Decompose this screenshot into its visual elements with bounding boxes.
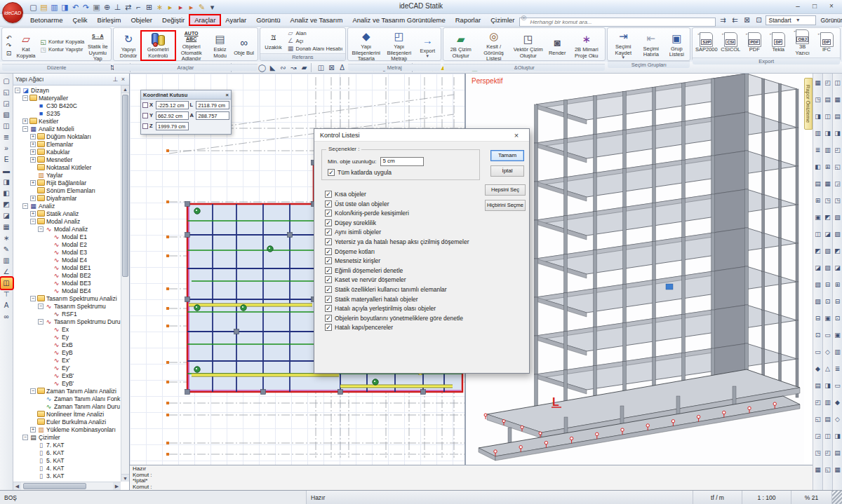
rotate-building-button[interactable]: ↻Yapıyı Döndür: [115, 32, 141, 60]
left-tool-20[interactable]: A: [1, 300, 13, 311]
export-sap2000-button[interactable]: S2PSAP2000: [694, 32, 719, 54]
auto-name-button[interactable]: AUTO ABCObjeleri Otomatik Adlandır: [175, 29, 208, 63]
tree-expander-icon[interactable]: −: [15, 88, 20, 93]
tree-item[interactable]: −▦Analiz: [13, 202, 121, 210]
check-option-0[interactable]: ✓Kısa objeler: [325, 191, 469, 198]
right-tool-2-7[interactable]: ◳: [833, 193, 842, 210]
right-tool-2-19[interactable]: ◆: [833, 395, 842, 411]
right-tool-1-5[interactable]: ⊞: [823, 159, 832, 176]
design-components-button[interactable]: ◆Yapı Bileşenlerini Tasarla: [349, 29, 382, 63]
check-option-11[interactable]: ✓Statik materyalleri hatalı objeler: [325, 296, 469, 303]
tree-expander-icon[interactable]: −: [30, 296, 36, 301]
select-none-button[interactable]: Hiçbirini Seçme: [485, 200, 526, 211]
area-icon[interactable]: ▱Alan: [287, 29, 343, 36]
tree-expander-icon[interactable]: −: [30, 219, 36, 224]
check-option-12[interactable]: ✓Hatalı açıyla yerleştirilmiş olası obje…: [325, 305, 469, 312]
menu-item-1[interactable]: Çelik: [67, 15, 92, 25]
menu-item-11[interactable]: Çizimler: [486, 15, 519, 25]
right-tool-2-13[interactable]: ⊟: [833, 294, 842, 311]
right-tool-1-4[interactable]: ▥: [823, 142, 832, 159]
left-tool-1[interactable]: ◱: [1, 87, 13, 98]
tree-item[interactable]: ∿Modal BE1: [13, 264, 121, 271]
vector-drawing-button[interactable]: ◳Vektör Çizim Oluştur: [511, 32, 545, 60]
status-scale[interactable]: 1 : 100: [742, 491, 791, 504]
tree-item[interactable]: ▯6. KAT: [13, 449, 121, 456]
right-tool-1-1[interactable]: ▤: [823, 92, 832, 109]
right-tool-2-14[interactable]: ⊡: [833, 311, 842, 327]
right-tool-0-6[interactable]: ▤: [813, 176, 822, 193]
tree-expander-icon[interactable]: +: [30, 157, 36, 163]
tree-item[interactable]: +Kesitler: [13, 117, 121, 125]
right-tool-2-20[interactable]: ◇: [833, 411, 842, 428]
tree-item[interactable]: ∿Zaman Tanım Alanı Fonk: [13, 395, 121, 402]
tree-item[interactable]: +Kabuklar: [13, 148, 121, 156]
cancel-button[interactable]: İptal: [490, 165, 524, 177]
z-lock-checkbox[interactable]: [142, 123, 148, 129]
tree-item[interactable]: ∿RSF1: [13, 310, 121, 318]
redo-icon[interactable]: ↷: [5, 42, 13, 49]
command-search-input[interactable]: [519, 18, 716, 27]
tree-item[interactable]: ∿Modal E4: [13, 256, 121, 264]
tree-horizontal-scrollbar[interactable]: ◀ ▶: [13, 482, 121, 490]
tree-expander-icon[interactable]: +: [30, 142, 36, 147]
right-tool-0-18[interactable]: ▤: [813, 378, 822, 395]
right-tool-2-11[interactable]: ◪: [833, 260, 842, 277]
right-tool-1-3[interactable]: ◨: [823, 125, 832, 142]
tree-item[interactable]: ▯3. KAT: [13, 472, 121, 479]
menu-item-8[interactable]: Analiz ve Tasarım: [286, 15, 348, 25]
tree-item[interactable]: ∿Modal BE2: [13, 271, 121, 279]
left-tool-2[interactable]: ◲: [1, 98, 13, 109]
right-tool-2-15[interactable]: ▣: [833, 327, 842, 344]
report-preview-tab[interactable]: Rapor Önizleme: [804, 78, 813, 130]
view-combo[interactable]: Görünüm▼: [818, 15, 842, 25]
left-tool-0[interactable]: ▢: [1, 76, 13, 87]
left-tool-11[interactable]: ◩: [1, 199, 13, 210]
check-option-4[interactable]: ✓Aynı isimli objeler: [325, 229, 469, 236]
l-value-input[interactable]: 2118.79 cm: [196, 101, 229, 109]
right-tool-1-6[interactable]: ▦: [823, 176, 832, 193]
right-tool-0-22[interactable]: ◳: [813, 445, 822, 462]
render-camera-button[interactable]: ◙Render: [545, 35, 569, 57]
tree-item[interactable]: ∿ExB: [13, 341, 121, 348]
section-view-list-button[interactable]: ◎Kesit / Görünüş Listesi: [476, 29, 511, 63]
check-option-13[interactable]: ✓Objelerin boyutlarını yönetmeliklere gö…: [325, 315, 469, 322]
right-tool-1-14[interactable]: ▣: [823, 311, 832, 327]
left-tool-17[interactable]: ∠: [1, 266, 13, 278]
pin-icon[interactable]: ⊥: [112, 76, 119, 83]
right-tool-2-16[interactable]: ▥: [833, 344, 842, 361]
status-zoom[interactable]: % 21: [791, 491, 832, 504]
tree-item[interactable]: +Elemanlar: [13, 140, 121, 148]
tree-item[interactable]: ■S235: [13, 109, 121, 117]
left-tool-9[interactable]: ◨: [1, 177, 13, 188]
check-option-14[interactable]: ✓Hatalı kapı/pencereler: [325, 324, 469, 331]
contour-paste-icon[interactable]: ◳Kontur Yapıştır: [39, 46, 84, 53]
x-value-input[interactable]: -225.12 cm: [156, 101, 189, 109]
menu-item-6[interactable]: Ayarlar: [220, 15, 251, 25]
tree-item[interactable]: ∿Modal E1: [13, 233, 121, 240]
tree-expander-icon[interactable]: +: [30, 427, 36, 433]
tree-item[interactable]: ▯5. KAT: [13, 456, 121, 464]
left-tool-14[interactable]: ∗: [1, 233, 13, 244]
right-tool-0-20[interactable]: ◱: [813, 411, 822, 428]
left-tool-19[interactable]: ⊤: [1, 289, 13, 300]
left-tool-21[interactable]: ∞: [1, 311, 13, 322]
tree-item[interactable]: Sönüm Elemanları: [13, 186, 121, 194]
right-tool-1-19[interactable]: ▥: [823, 395, 832, 411]
right-tool-1-16[interactable]: ◇: [823, 344, 832, 361]
export-ifc-button[interactable]: DPIFC: [815, 32, 838, 54]
apply-all-floors-checkbox[interactable]: ✓ Tüm katlarda uygula: [328, 169, 392, 176]
draw-tool-30[interactable]: Δ: [337, 62, 347, 73]
tree-expander-icon[interactable]: −: [22, 126, 28, 132]
scroll-thumb[interactable]: [122, 95, 128, 277]
tree-item[interactable]: −∿Tasarım Spektrumu Duru: [13, 318, 121, 325]
tree-item[interactable]: −▦Analiz Modeli: [13, 125, 121, 132]
check-option-8[interactable]: ✓Eğimli döşemeleri denetle: [325, 267, 469, 274]
right-tool-0-5[interactable]: ◧: [813, 159, 822, 176]
export-3d-printer-button[interactable]: OBJ3B Yazıcı: [790, 29, 815, 57]
tree-item[interactable]: +Diyaframlar: [13, 194, 121, 202]
resize-grip[interactable]: [832, 491, 842, 504]
save-selection-button[interactable]: ⇥Seçimi Kaydet▼: [609, 29, 637, 60]
scroll-left-icon[interactable]: ◀: [13, 482, 21, 490]
right-tool-0-19[interactable]: ◰: [813, 395, 822, 411]
draw-tool-24[interactable]: ◣: [267, 62, 278, 73]
